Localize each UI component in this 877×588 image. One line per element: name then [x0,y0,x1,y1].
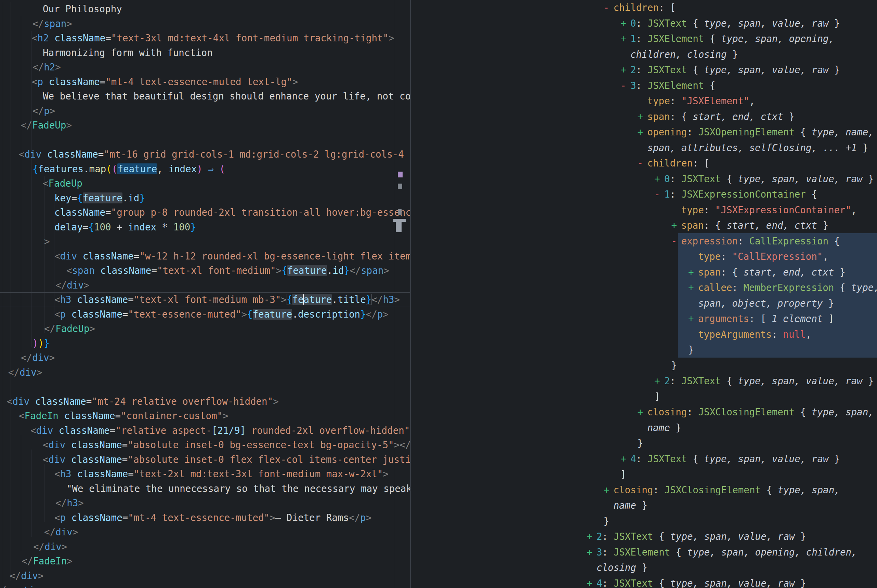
code-line[interactable]: delay={100 + index * 100} [0,220,410,234]
ast-node-line[interactable]: -children: [ [411,156,877,171]
ast-node-line[interactable]: +span: { start, end, ctxt } [411,265,877,280]
ast-node-line[interactable]: +3: JSXElement { type, span, opening, ch… [411,544,877,560]
code-line[interactable]: </div> [0,540,410,554]
expand-node-icon[interactable]: + [688,311,698,327]
code-line[interactable]: key={feature.id} [0,191,410,206]
code-line[interactable]: "We eliminate the unnecessary so that th… [0,482,410,496]
code-line[interactable] [0,133,410,147]
code-line[interactable]: <div className="mt-16 grid grid-cols-1 m… [0,147,410,162]
code-line[interactable]: </h3> [0,496,410,510]
collapse-node-icon[interactable]: - [671,234,681,249]
code-line[interactable]: <div className="absolute inset-0 flex fl… [0,452,410,467]
ast-node-line[interactable]: +closing: JSXClosingElement { type, span… [411,404,877,420]
ast-node-line[interactable]: +2: JSXText { type, span, value, raw } [411,62,877,78]
ast-node-line[interactable]: -3: JSXElement { [411,78,877,94]
ast-node-line[interactable]: span, object, property } [411,296,877,311]
collapse-node-icon[interactable]: - [604,0,614,16]
ast-node-line[interactable]: +4: JSXText { type, span, value, raw } [411,451,877,467]
code-line[interactable]: <p className="mt-4 text-essence-muted te… [0,75,410,89]
code-line[interactable] [0,380,410,394]
code-line[interactable]: <span className="text-xl font-medium">{f… [0,263,410,278]
expand-node-icon[interactable]: + [587,576,596,588]
code-line-current[interactable]: <h3 className="text-xl font-medium mb-3"… [0,292,410,307]
ast-node-line[interactable]: +2: JSXText { type, span, value, raw } [411,529,877,544]
ast-node-line[interactable]: type: "JSXElement", [411,93,877,109]
ast-node-line[interactable]: typeArguments: null, [411,327,877,342]
code-line[interactable]: </div> [0,525,410,540]
expand-node-icon[interactable]: + [620,451,631,467]
code-line[interactable]: <p className="text-essence-muted">{featu… [0,307,410,322]
ast-node-line[interactable]: +1: JSXElement { type, span, opening, [411,31,877,47]
code-line[interactable]: </div> [0,365,410,380]
code-line[interactable]: <div className="mt-24 relative overflow-… [0,394,410,409]
expand-node-icon[interactable]: + [587,544,596,560]
code-editor-pane[interactable]: Our Philosophy</span><h2 className="text… [0,0,410,588]
ast-node-line[interactable]: closing } [411,560,877,576]
ast-node-line[interactable]: } [411,435,877,451]
code-line[interactable]: > [0,234,410,249]
expand-node-icon[interactable]: + [688,265,698,280]
code-line[interactable]: </FadeIn> [0,554,410,568]
expand-node-icon[interactable]: + [620,62,631,78]
ast-node-line[interactable]: type: "CallExpression", [411,249,877,265]
code-line[interactable]: </span> [0,16,410,31]
code-line[interactable]: className="group p-8 rounded-2xl transit… [0,205,410,220]
ast-node-line[interactable]: +0: JSXText { type, span, value, raw } [411,171,877,187]
expand-node-icon[interactable]: + [638,124,647,140]
code-line[interactable]: Our Philosophy [0,2,410,16]
code-line[interactable]: </p> [0,104,410,118]
ast-node-line[interactable]: span, attributes, selfClosing, ... +1 } [411,140,877,156]
code-line[interactable]: Harmonizing form with function [0,45,410,60]
ast-node-line[interactable]: +callee: MemberExpression { type, [411,280,877,296]
code-line[interactable]: <div className="relative aspect-[21/9] r… [0,423,410,438]
ast-node-line[interactable]: name } [411,498,877,513]
ast-node-line[interactable]: +2: JSXText { type, span, value, raw } [411,373,877,389]
expand-node-icon[interactable]: + [671,218,681,234]
code-line[interactable]: </div> [0,278,410,292]
ast-node-line[interactable]: name } [411,420,877,436]
code-line[interactable]: </FadeUp> [0,321,410,336]
ast-node-line[interactable]: ] [411,389,877,405]
code-line[interactable]: </div> [0,568,410,583]
ast-node-line[interactable]: +span: { start, end, ctxt } [411,109,877,125]
code-line[interactable]: <div className="w-12 h-12 rounded-xl bg-… [0,249,410,264]
expand-node-icon[interactable]: + [654,373,664,389]
code-line[interactable]: /section> [0,583,410,588]
ast-node-line[interactable]: ] [411,466,877,482]
code-line[interactable]: We believe that beautiful design should … [0,89,410,104]
ast-node-line[interactable]: +4: JSXText { type, span, value, raw } [411,576,877,588]
code-line[interactable]: <h3 className="text-2xl md:text-3xl font… [0,466,410,482]
expand-node-icon[interactable]: + [620,16,631,32]
collapse-node-icon[interactable]: - [638,156,647,171]
expand-node-icon[interactable]: + [620,31,631,47]
code-line[interactable]: {features.map((feature, index) ⇒ ( [0,162,410,176]
code-line[interactable]: <div className="absolute inset-0 bg-esse… [0,438,410,452]
expand-node-icon[interactable]: + [604,482,614,498]
ast-node-line[interactable]: } [411,358,877,374]
expand-node-icon[interactable]: + [688,280,698,296]
ast-node-line[interactable]: } [411,513,877,529]
ast-tree-pane[interactable]: -children: [+0: JSXText { type, span, va… [411,0,877,588]
code-line[interactable]: </h2> [0,60,410,75]
ast-node-line[interactable]: type: "JSXExpressionContainer", [411,202,877,218]
expand-node-icon[interactable]: + [638,404,647,420]
code-line[interactable]: <p className="mt-4 text-essence-muted">—… [0,510,410,525]
ast-node-line[interactable]: +0: JSXText { type, span, value, raw } [411,16,877,32]
code-line[interactable]: ))} [0,336,410,351]
expand-node-icon[interactable]: + [587,529,596,544]
ast-node-line[interactable]: } [411,342,877,358]
ast-node-line[interactable]: -1: JSXExpressionContainer { [411,187,877,202]
collapse-node-icon[interactable]: - [654,187,664,202]
code-line[interactable]: <FadeIn className="container-custom"> [0,408,410,423]
code-line[interactable]: <FadeUp [0,176,410,191]
ast-node-line[interactable]: +span: { start, end, ctxt } [411,218,877,234]
ast-node-line[interactable]: children, closing } [411,47,877,63]
code-line[interactable]: </FadeUp> [0,118,410,133]
ast-node-line[interactable]: -expression: CallExpression { [411,234,877,249]
ast-node-line[interactable]: +opening: JSXOpeningElement { type, name… [411,124,877,140]
ast-node-line[interactable]: +closing: JSXClosingElement { type, span… [411,482,877,498]
code-line[interactable]: </div> [0,350,410,365]
expand-node-icon[interactable]: + [638,109,647,125]
ast-node-line[interactable]: -children: [ [411,0,877,16]
code-line[interactable]: <h2 className="text-3xl md:text-4xl font… [0,31,410,45]
